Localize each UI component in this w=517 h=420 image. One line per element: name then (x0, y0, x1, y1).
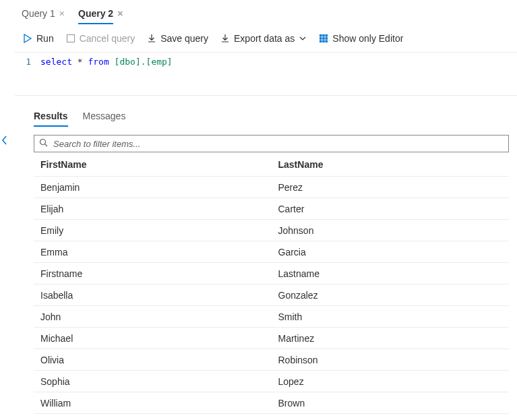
cell-firstname: Elijah (34, 199, 272, 219)
results-table: FirstName LastName BenjaminPerezElijahCa… (34, 152, 509, 414)
tab-label: Query 1 (22, 8, 55, 19)
show-editor-label: Show only Editor (332, 33, 403, 44)
svg-rect-0 (67, 35, 74, 42)
table-row[interactable]: EmilyJohnson (34, 220, 509, 241)
cell-firstname: John (34, 307, 272, 327)
cell-lastname: Perez (272, 177, 510, 198)
cell-lastname: Gonzalez (272, 285, 510, 305)
cell-lastname: Brown (272, 393, 510, 413)
cell-lastname: Johnson (272, 220, 510, 241)
code-content[interactable]: select * from [dbo].[emp] (40, 57, 173, 67)
tab-label: Query 2 (78, 8, 113, 19)
table-row[interactable]: IsabellaGonzalez (34, 284, 509, 306)
play-icon (23, 34, 32, 43)
cell-lastname: Garcia (272, 242, 510, 262)
export-label: Export data as (234, 33, 295, 44)
results-tabs: Results Messages (0, 96, 517, 127)
cell-firstname: Sophia (34, 371, 272, 392)
run-button[interactable]: Run (23, 33, 54, 44)
run-label: Run (36, 33, 54, 44)
table-row[interactable]: EmmaGarcia (34, 241, 509, 263)
svg-rect-3 (326, 34, 328, 37)
column-header-lastname[interactable]: LastName (272, 154, 510, 175)
tab-query-2[interactable]: Query 2 × (71, 4, 129, 24)
svg-line-11 (45, 144, 48, 147)
svg-rect-2 (323, 34, 326, 37)
editor-line: 1 select * from [dbo].[emp] (15, 57, 517, 67)
grid-icon (319, 34, 328, 43)
query-toolbar: Run Cancel query Save query Export data … (0, 25, 517, 52)
cell-firstname: Emily (34, 220, 272, 241)
table-row[interactable]: OliviaRobinson (34, 349, 509, 371)
cell-lastname: Lopez (272, 371, 510, 392)
tab-results[interactable]: Results (34, 111, 68, 127)
svg-rect-7 (320, 40, 322, 43)
cell-lastname: Martinez (272, 328, 510, 349)
save-button[interactable]: Save query (147, 33, 208, 44)
cell-firstname: Isabella (34, 285, 272, 305)
table-row[interactable]: WilliamBrown (34, 392, 509, 414)
query-tabs: Query 1 × Query 2 × (0, 0, 517, 25)
close-icon[interactable]: × (59, 9, 65, 18)
download-icon (220, 34, 230, 43)
stop-icon (66, 34, 75, 43)
collapse-icon[interactable] (1, 135, 8, 148)
table-row[interactable]: JohnSmith (34, 306, 509, 328)
svg-rect-4 (320, 37, 322, 40)
column-header-firstname[interactable]: FirstName (34, 154, 272, 175)
close-icon[interactable]: × (117, 9, 123, 18)
line-number: 1 (15, 57, 40, 67)
svg-point-10 (40, 140, 46, 145)
cell-firstname: Firstname (34, 264, 272, 284)
sql-editor[interactable]: 1 select * from [dbo].[emp] (15, 52, 517, 96)
table-row[interactable]: BenjaminPerez (34, 177, 509, 198)
cell-firstname: Michael (34, 328, 272, 349)
cell-firstname: Benjamin (34, 177, 272, 198)
search-input[interactable] (34, 135, 509, 152)
svg-rect-1 (320, 34, 322, 37)
table-row[interactable]: FirstnameLastname (34, 263, 509, 284)
cancel-button: Cancel query (66, 33, 135, 44)
export-button[interactable]: Export data as (220, 33, 307, 44)
tab-query-1[interactable]: Query 1 × (15, 4, 71, 24)
cell-lastname: Robinson (272, 350, 510, 370)
cell-firstname: Emma (34, 242, 272, 262)
search-icon (39, 138, 48, 149)
svg-rect-6 (326, 37, 328, 40)
tab-messages[interactable]: Messages (83, 111, 126, 127)
cell-lastname: Lastname (272, 264, 510, 284)
search-wrap (34, 135, 509, 152)
svg-rect-9 (326, 40, 328, 43)
table-row[interactable]: SophiaLopez (34, 371, 509, 392)
save-label: Save query (160, 33, 208, 44)
cell-lastname: Carter (272, 199, 510, 219)
cell-firstname: Olivia (34, 350, 272, 370)
show-editor-button[interactable]: Show only Editor (319, 33, 403, 44)
svg-rect-5 (323, 37, 326, 40)
cell-firstname: William (34, 393, 272, 413)
table-header-row: FirstName LastName (34, 152, 509, 177)
svg-rect-8 (323, 40, 326, 43)
cancel-label: Cancel query (80, 33, 135, 44)
cell-lastname: Smith (272, 307, 510, 327)
table-row[interactable]: MichaelMartinez (34, 328, 509, 349)
chevron-down-icon (299, 34, 307, 42)
table-row[interactable]: ElijahCarter (34, 198, 509, 220)
download-icon (147, 34, 156, 43)
